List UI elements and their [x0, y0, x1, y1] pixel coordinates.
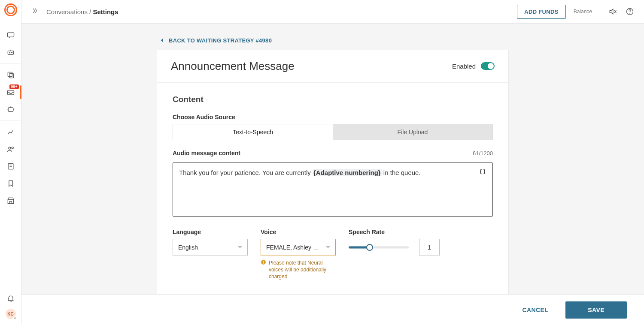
brand-logo[interactable]: [4, 3, 17, 16]
svg-rect-1: [8, 51, 13, 54]
enabled-toggle[interactable]: [481, 62, 495, 70]
svg-rect-5: [9, 74, 13, 78]
nav-analytics-icon[interactable]: [0, 123, 21, 141]
voice-warning: Please note that Neural voices will be a…: [261, 259, 336, 280]
balance-label: Balance: [574, 9, 592, 15]
message-content-label: Audio message content: [173, 150, 240, 156]
nav-bot-icon[interactable]: [0, 44, 21, 61]
mute-icon[interactable]: [608, 7, 617, 16]
audio-source-label: Choose Audio Source: [173, 114, 493, 120]
language-label: Language: [173, 229, 248, 235]
add-funds-button[interactable]: ADD FUNDS: [517, 5, 565, 19]
nav-robot-icon[interactable]: [0, 101, 21, 118]
segment-tts[interactable]: Text-to-Speech: [173, 124, 333, 140]
speech-rate-slider[interactable]: [349, 243, 409, 252]
breadcrumb-current: Settings: [93, 8, 118, 15]
svg-point-8: [9, 147, 11, 149]
nav-book-icon[interactable]: [0, 158, 21, 175]
nav-notifications-icon[interactable]: [0, 294, 21, 303]
svg-rect-0: [7, 33, 14, 37]
footer-bar: CANCEL SAVE: [21, 294, 644, 325]
enabled-label: Enabled: [452, 63, 476, 70]
nav-rail: 99+ KC: [0, 0, 21, 325]
svg-point-3: [11, 52, 12, 53]
svg-rect-16: [263, 263, 264, 263]
nav-copy-icon[interactable]: [0, 66, 21, 84]
chevron-down-icon: [237, 244, 243, 251]
nav-bookmark-icon[interactable]: [0, 175, 21, 192]
language-select[interactable]: English: [173, 239, 248, 256]
card-title: Announcement Message: [171, 60, 295, 73]
help-icon[interactable]: [625, 7, 635, 16]
expand-nav-icon[interactable]: [31, 7, 39, 16]
insert-variable-icon[interactable]: [479, 168, 487, 177]
cancel-button[interactable]: CANCEL: [522, 307, 549, 313]
divider: [600, 6, 600, 17]
svg-rect-7: [8, 108, 13, 111]
segment-file-upload[interactable]: File Upload: [333, 124, 492, 140]
svg-rect-15: [263, 261, 264, 262]
caret-left-icon: [160, 38, 164, 42]
char-counter: 61/1200: [473, 150, 493, 156]
back-link[interactable]: BACK TO WAITING STRATEGY #4980: [160, 37, 272, 44]
main-area: Conversations / Settings ADD FUNDS Balan…: [21, 0, 644, 325]
breadcrumb: Conversations / Settings: [46, 8, 118, 15]
nav-inbox-icon[interactable]: 99+: [0, 84, 21, 101]
top-bar: Conversations / Settings ADD FUNDS Balan…: [21, 0, 644, 24]
nav-badge: 99+: [9, 84, 18, 89]
section-content-title: Content: [173, 95, 493, 104]
chevron-down-icon: [325, 244, 331, 251]
nav-messages-icon[interactable]: [0, 27, 21, 44]
audio-source-segment: Text-to-Speech File Upload: [173, 124, 493, 140]
svg-point-13: [629, 13, 630, 14]
variable-chip[interactable]: {Adaptive numbering}: [313, 169, 382, 176]
speech-rate-label: Speech Rate: [349, 229, 440, 235]
speech-rate-input[interactable]: 1: [419, 239, 440, 256]
presence-dot: [13, 316, 17, 320]
content-scroll[interactable]: BACK TO WAITING STRATEGY #4980 Announcem…: [21, 24, 644, 294]
svg-point-9: [12, 147, 13, 149]
svg-rect-4: [8, 72, 12, 76]
save-button[interactable]: SAVE: [565, 301, 627, 319]
svg-point-2: [9, 52, 10, 53]
voice-label: Voice: [261, 229, 336, 235]
nav-store-icon[interactable]: [0, 192, 21, 209]
breadcrumb-parent[interactable]: Conversations: [46, 8, 88, 15]
warning-icon: [261, 259, 266, 280]
user-avatar[interactable]: KC: [6, 309, 16, 319]
message-textarea[interactable]: Thank you for your patience. You are cur…: [173, 162, 493, 217]
nav-people-icon[interactable]: [0, 141, 21, 158]
settings-card: Announcement Message Enabled Content Cho…: [157, 50, 509, 295]
voice-select[interactable]: FEMALE, Ashley (n...: [261, 239, 336, 256]
